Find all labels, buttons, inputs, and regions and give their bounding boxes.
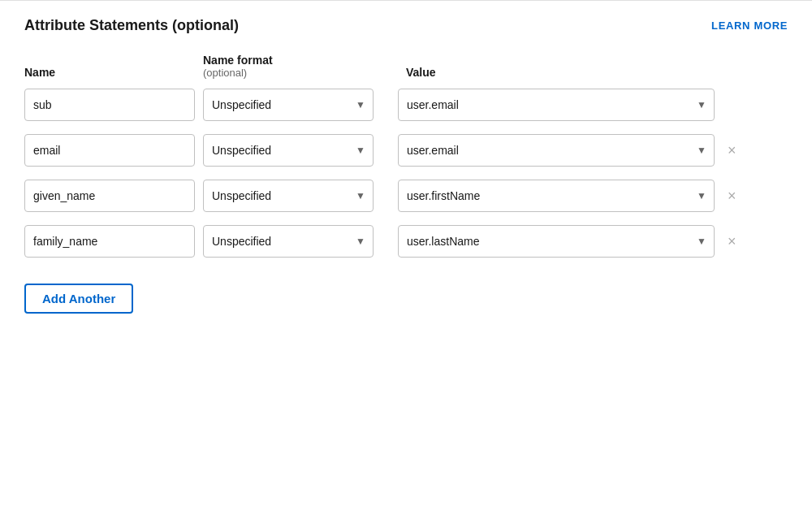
column-header-format-optional: (optional) (203, 67, 382, 79)
value-select[interactable]: user.emailuser.firstNameuser.lastNameuse… (398, 134, 715, 167)
format-select-wrapper: UnspecifiedURI ReferenceBasic▼ (203, 134, 374, 167)
column-headers: Name Name format (optional) Value (24, 54, 788, 79)
section-header: Attribute Statements (optional) LEARN MO… (24, 17, 788, 34)
format-select[interactable]: UnspecifiedURI ReferenceBasic (203, 134, 374, 167)
remove-row-button[interactable]: × (721, 143, 743, 158)
format-select[interactable]: UnspecifiedURI ReferenceBasic (203, 225, 374, 258)
format-select-wrapper: UnspecifiedURI ReferenceBasic▼ (203, 225, 374, 258)
remove-row-button[interactable]: × (721, 234, 743, 249)
name-input[interactable] (24, 134, 195, 167)
attribute-rows-container: UnspecifiedURI ReferenceBasic▼user.email… (24, 89, 788, 258)
name-input[interactable] (24, 89, 195, 121)
column-header-format: Name format (optional) (203, 54, 382, 79)
remove-row-button[interactable]: × (721, 188, 743, 203)
column-header-format-label: Name format (203, 54, 382, 67)
value-select-wrapper: user.emailuser.firstNameuser.lastNameuse… (398, 180, 715, 212)
value-select-wrapper: user.emailuser.firstNameuser.lastNameuse… (398, 89, 715, 121)
value-select-wrapper: user.emailuser.firstNameuser.lastNameuse… (398, 134, 715, 167)
attribute-row: UnspecifiedURI ReferenceBasic▼user.email… (24, 225, 788, 258)
attribute-row: UnspecifiedURI ReferenceBasic▼user.email… (24, 89, 788, 121)
format-select[interactable]: UnspecifiedURI ReferenceBasic (203, 180, 374, 212)
name-input[interactable] (24, 180, 195, 212)
format-select[interactable]: UnspecifiedURI ReferenceBasic (203, 89, 374, 121)
format-select-wrapper: UnspecifiedURI ReferenceBasic▼ (203, 180, 374, 212)
value-select-wrapper: user.emailuser.firstNameuser.lastNameuse… (398, 225, 715, 258)
attribute-row: UnspecifiedURI ReferenceBasic▼user.email… (24, 180, 788, 212)
format-select-wrapper: UnspecifiedURI ReferenceBasic▼ (203, 89, 374, 121)
learn-more-link[interactable]: LEARN MORE (711, 19, 788, 32)
attribute-statements-section: Attribute Statements (optional) LEARN MO… (0, 0, 812, 511)
column-header-name: Name (24, 66, 203, 79)
column-header-value: Value (406, 66, 436, 79)
value-select[interactable]: user.emailuser.firstNameuser.lastNameuse… (398, 89, 715, 121)
name-input[interactable] (24, 225, 195, 258)
attribute-row: UnspecifiedURI ReferenceBasic▼user.email… (24, 134, 788, 167)
value-select[interactable]: user.emailuser.firstNameuser.lastNameuse… (398, 225, 715, 258)
section-title: Attribute Statements (optional) (24, 17, 239, 34)
value-select[interactable]: user.emailuser.firstNameuser.lastNameuse… (398, 180, 715, 212)
add-another-button[interactable]: Add Another (24, 284, 133, 314)
